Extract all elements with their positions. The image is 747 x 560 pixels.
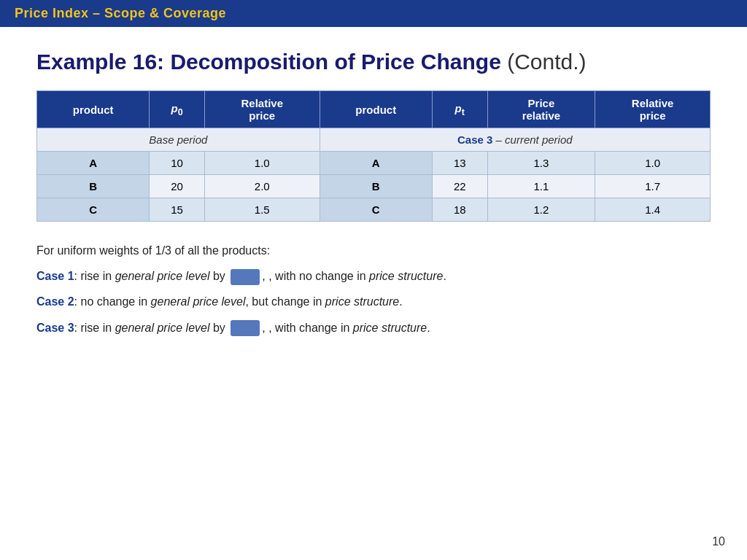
cell-prod-right-b: B [320, 175, 432, 198]
case3-italic2: price structure [353, 322, 427, 334]
case3-text-b: by [213, 322, 225, 334]
cell-pt-c: 18 [432, 198, 487, 222]
cell-rel-left-a: 1.0 [204, 152, 320, 175]
case3-highlight-box [231, 320, 260, 336]
case2-text-b: , but change in [245, 295, 322, 308]
case3-text-a: : rise in [74, 322, 112, 334]
case3-text-c: , with change in [268, 322, 349, 334]
table-row: B 20 2.0 B 22 1.1 1.7 [37, 175, 711, 198]
page-title: Example 16: Decomposition of Price Chang… [36, 47, 711, 76]
cell-p0-a: 10 [150, 152, 205, 175]
data-table: product p0 Relativeprice product pt Pric… [36, 90, 711, 222]
case1-text-a: : rise in [74, 270, 112, 282]
header-bar: Price Index – Scope & Coverage [0, 0, 747, 27]
case2-paragraph: Case 2: no change in general price level… [36, 292, 711, 311]
col-header-p0: p0 [150, 91, 205, 128]
case3-period-label: Case 3 – current period [320, 128, 710, 152]
case1-text-b: by [213, 270, 225, 282]
case2-italic: general price level [151, 295, 246, 308]
case2-end: . [399, 295, 402, 308]
case1-text-c: , with no change in [268, 270, 365, 282]
case1-italic: general price level [115, 270, 210, 282]
description-intro: For uniform weights of 1/3 of all the pr… [36, 241, 711, 260]
cell-price-rel-b: 1.1 [487, 175, 595, 198]
cell-rel-right-b: 1.7 [595, 175, 711, 198]
title-normal: (Contd.) [507, 50, 586, 74]
cell-pt-a: 13 [432, 152, 487, 175]
col-header-relative-price-left: Relativeprice [204, 91, 320, 128]
case3-paragraph: Case 3: rise in general price level by ,… [36, 318, 711, 338]
col-header-relative-price-right: Relativeprice [595, 91, 711, 128]
cell-prod-right-c: C [320, 198, 432, 222]
cell-rel-left-b: 2.0 [204, 175, 320, 198]
case1-italic2: price structure [369, 270, 443, 282]
cell-p0-b: 20 [150, 175, 205, 198]
case1-paragraph: Case 1: rise in general price level by ,… [36, 266, 711, 286]
case1-label: Case 1 [36, 270, 74, 282]
cell-p0-c: 15 [150, 198, 205, 222]
title-bold: Example 16: Decomposition of Price Chang… [36, 50, 501, 74]
case1-highlight-box [231, 269, 260, 285]
case2-italic2: price structure [325, 295, 399, 308]
col-header-price-relative: Pricerelative [487, 91, 595, 128]
table-row: A 10 1.0 A 13 1.3 1.0 [37, 152, 711, 175]
base-period-label: Base period [37, 128, 320, 152]
case3-sublabel: – current period [496, 133, 573, 146]
col-header-product-left: product [37, 91, 150, 128]
cell-prod-left-b: B [37, 175, 150, 198]
cell-rel-right-c: 1.4 [595, 198, 711, 222]
col-header-pt: pt [432, 91, 487, 128]
case3-label-desc: Case 3 [36, 322, 74, 334]
table-row: C 15 1.5 C 18 1.2 1.4 [37, 198, 711, 222]
cell-price-rel-a: 1.3 [487, 152, 595, 175]
col-header-product-right: product [320, 91, 432, 128]
page-number: 10 [712, 535, 725, 548]
case2-text-a: : no change in [74, 295, 148, 308]
cell-prod-left-c: C [37, 198, 150, 222]
description: For uniform weights of 1/3 of all the pr… [36, 241, 711, 338]
main-content: Example 16: Decomposition of Price Chang… [0, 27, 747, 358]
cell-prod-right-a: A [320, 152, 432, 175]
case3-end: . [427, 322, 430, 334]
case3-italic: general price level [115, 322, 210, 334]
cell-rel-left-c: 1.5 [204, 198, 320, 222]
case1-end: . [443, 270, 446, 282]
table-period-row: Base period Case 3 – current period [37, 128, 711, 152]
cell-prod-left-a: A [37, 152, 150, 175]
case3-label: Case 3 [457, 133, 492, 146]
header-title: Price Index – Scope & Coverage [15, 6, 226, 21]
cell-pt-b: 22 [432, 175, 487, 198]
cell-rel-right-a: 1.0 [595, 152, 711, 175]
case2-label: Case 2 [36, 295, 74, 308]
cell-price-rel-c: 1.2 [487, 198, 595, 222]
